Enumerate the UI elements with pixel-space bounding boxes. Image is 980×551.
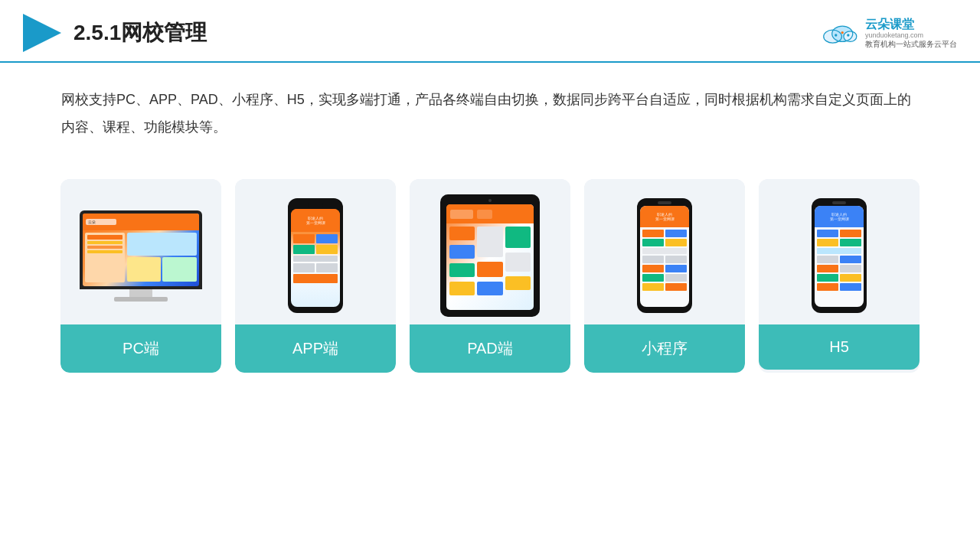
logo-area: 云朵课堂 yunduoketang.com 教育机构一站式服务云平台 xyxy=(819,17,957,49)
svg-marker-0 xyxy=(23,14,61,52)
card-miniprogram-label: 小程序 xyxy=(584,324,745,373)
card-pc-label: PC端 xyxy=(60,324,221,373)
card-h5: 职途人的第一堂网课 xyxy=(759,179,920,373)
card-pad-image xyxy=(410,179,570,324)
card-pc: 云朵 xyxy=(60,179,221,373)
card-pad-label: PAD端 xyxy=(410,324,570,373)
logo-url: yunduoketang.com xyxy=(865,31,957,40)
card-miniprogram: 职途人的第一堂网课 xyxy=(584,179,745,373)
tablet-icon xyxy=(440,194,540,317)
logo-text-area: 云朵课堂 yunduoketang.com 教育机构一站式服务云平台 xyxy=(865,17,957,49)
card-pc-image: 云朵 xyxy=(60,179,221,324)
card-app: 职途人的第一堂网课 xyxy=(235,179,396,373)
h5-phone-icon: 职途人的第一堂网课 xyxy=(812,198,867,313)
card-miniprogram-image: 职途人的第一堂网课 xyxy=(584,179,745,324)
card-pad: PAD端 xyxy=(410,179,570,373)
card-h5-image: 职途人的第一堂网课 xyxy=(759,179,920,324)
logo-name: 云朵课堂 xyxy=(865,17,957,31)
page-title: 2.5.1网校管理 xyxy=(74,18,207,47)
pc-monitor-icon: 云朵 xyxy=(80,210,202,302)
header-left: 2.5.1网校管理 xyxy=(23,14,207,52)
svg-point-9 xyxy=(847,34,849,36)
card-app-image: 职途人的第一堂网课 xyxy=(235,179,396,324)
svg-point-8 xyxy=(841,31,844,34)
description-text: 网校支持PC、APP、PAD、小程序、H5，实现多端打通，产品各终端自由切换，数… xyxy=(61,92,911,135)
cloud-logo-icon xyxy=(819,18,859,47)
play-icon xyxy=(23,14,61,52)
mini-program-phone-icon: 职途人的第一堂网课 xyxy=(637,198,692,313)
header: 2.5.1网校管理 云朵课堂 yunduoketang.com 教育机构一站式服… xyxy=(0,0,980,63)
logo-tagline: 教育机构一站式服务云平台 xyxy=(865,40,957,49)
description: 网校支持PC、APP、PAD、小程序、H5，实现多端打通，产品各终端自由切换，数… xyxy=(0,63,980,148)
phone-app-icon: 职途人的第一堂网课 xyxy=(288,198,343,313)
cards-container: 云朵 xyxy=(0,156,980,388)
card-app-label: APP端 xyxy=(235,324,396,373)
card-h5-label: H5 xyxy=(759,324,920,370)
svg-point-7 xyxy=(835,34,837,36)
